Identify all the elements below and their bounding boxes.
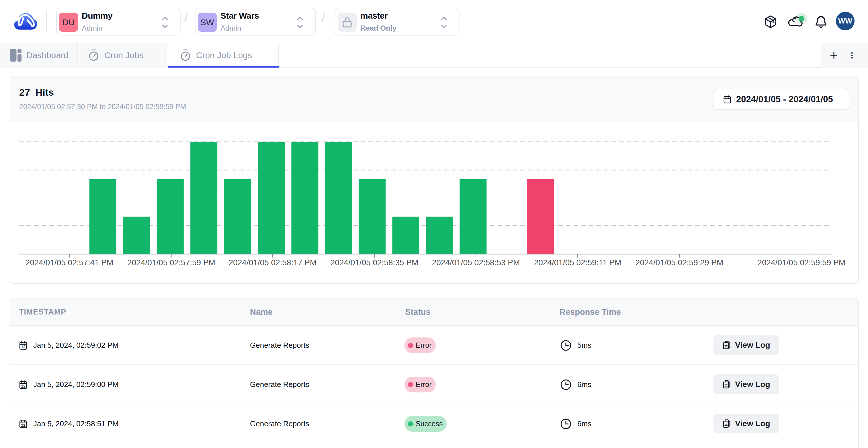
svg-text:2024/01/05 02:59:29 PM: 2024/01/05 02:59:29 PM (636, 258, 723, 267)
svg-text:2024/01/05 02:57:41 PM: 2024/01/05 02:57:41 PM (26, 258, 114, 267)
svg-text:12: 12 (21, 384, 26, 388)
svg-text:2024/01/05 02:59:11 PM: 2024/01/05 02:59:11 PM (534, 258, 621, 267)
svg-text:2024/01/05 02:58:53 PM: 2024/01/05 02:58:53 PM (432, 258, 520, 267)
svg-text:2024/01/05 02:59:59 PM: 2024/01/05 02:59:59 PM (757, 258, 845, 267)
svg-text:12: 12 (21, 423, 26, 428)
svg-text:2024/01/05 02:58:17 PM: 2024/01/05 02:58:17 PM (229, 258, 317, 267)
svg-text:12: 12 (21, 345, 26, 349)
svg-text:2024/01/05 02:58:35 PM: 2024/01/05 02:58:35 PM (331, 258, 418, 267)
svg-text:2024/01/05 02:57:59 PM: 2024/01/05 02:57:59 PM (127, 258, 215, 267)
